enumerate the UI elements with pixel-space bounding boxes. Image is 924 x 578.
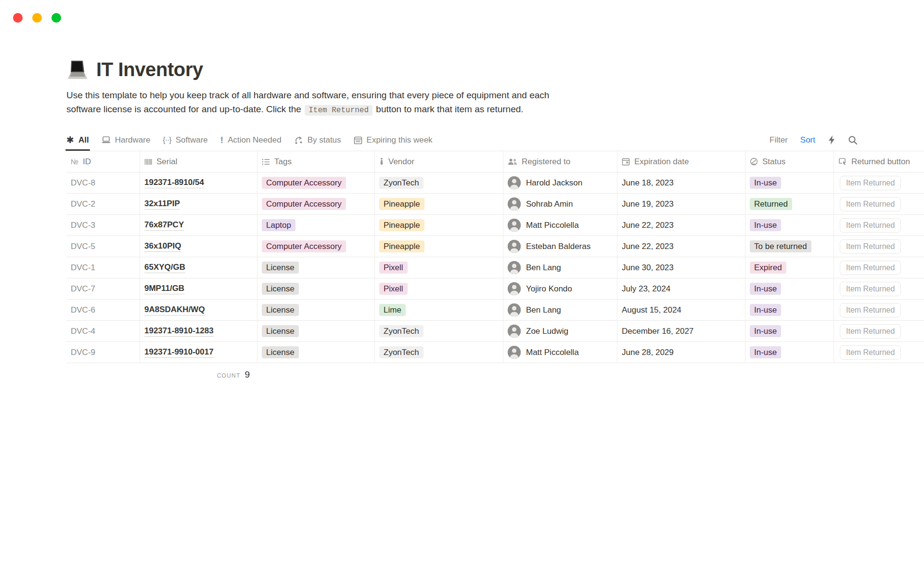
serial-link[interactable]: 9MP11/GB xyxy=(144,284,184,294)
table-row[interactable]: DVC-8 192371-8910/54 Computer Accessory … xyxy=(66,172,924,194)
table-row[interactable]: DVC-7 9MP11/GB License Pixell Yojiro Kon… xyxy=(66,278,924,300)
page-title[interactable]: IT Inventory xyxy=(96,59,203,80)
table-row[interactable]: DVC-6 9A8SDAKH/WQ License Lime Ben Lang … xyxy=(66,300,924,321)
cell-serial[interactable]: 192371-9910-0017 xyxy=(140,342,257,363)
cell-vendor[interactable]: Lime xyxy=(375,300,503,320)
column-header-registered-to[interactable]: Registered to xyxy=(503,151,617,172)
item-returned-button[interactable]: Item Returned xyxy=(840,218,901,233)
cell-tags[interactable]: License xyxy=(257,300,375,320)
cell-serial[interactable]: 65XYQ/GB xyxy=(140,257,257,278)
cell-registered-to[interactable]: Zoe Ludwig xyxy=(503,321,617,342)
cell-status[interactable]: In-use xyxy=(745,321,834,342)
tab-software[interactable]: {··} Software xyxy=(163,129,207,151)
close-window-button[interactable] xyxy=(13,13,23,23)
cell-registered-to[interactable]: Yojiro Kondo xyxy=(503,278,617,299)
cell-registered-to[interactable]: Ben Lang xyxy=(503,300,617,320)
item-returned-button[interactable]: Item Returned xyxy=(840,261,901,275)
column-header-vendor[interactable]: Vendor xyxy=(375,151,503,172)
cell-id[interactable]: DVC-3 xyxy=(66,215,140,236)
cell-registered-to[interactable]: Matt Piccolella xyxy=(503,342,617,363)
cell-serial[interactable]: 192371-8910-1283 xyxy=(140,321,257,342)
cell-expiration-date[interactable]: July 23, 2024 xyxy=(617,278,745,299)
table-row[interactable]: DVC-2 32x11PIP Computer Accessory Pineap… xyxy=(66,194,924,215)
cell-serial[interactable]: 36x10PIQ xyxy=(140,236,257,257)
cell-registered-to[interactable]: Esteban Balderas xyxy=(503,236,617,257)
table-row[interactable]: DVC-5 36x10PIQ Computer Accessory Pineap… xyxy=(66,236,924,257)
cell-status[interactable]: To be returned xyxy=(745,236,834,257)
serial-link[interactable]: 192371-8910/54 xyxy=(144,178,204,188)
cell-tags[interactable]: License xyxy=(257,278,375,299)
item-returned-button[interactable]: Item Returned xyxy=(840,176,901,190)
serial-link[interactable]: 36x10PIQ xyxy=(144,241,181,252)
tab-by-status[interactable]: By status xyxy=(294,129,341,151)
cell-serial[interactable]: 76x87PCY xyxy=(140,215,257,236)
cell-expiration-date[interactable]: June 18, 2023 xyxy=(617,172,745,193)
column-header-expiration-date[interactable]: Status Expiration date xyxy=(617,151,745,172)
item-returned-button[interactable]: Item Returned xyxy=(840,197,901,211)
cell-vendor[interactable]: Pineapple xyxy=(375,236,503,257)
lightning-bolt-icon[interactable] xyxy=(828,135,835,145)
column-header-returned-button[interactable]: Returned button xyxy=(834,151,924,172)
cell-vendor[interactable]: Pineapple xyxy=(375,215,503,236)
filter-button[interactable]: Filter xyxy=(770,135,788,145)
serial-link[interactable]: 192371-8910-1283 xyxy=(144,326,214,337)
cell-vendor[interactable]: ZyonTech xyxy=(375,321,503,342)
minimize-window-button[interactable] xyxy=(32,13,42,23)
cell-returned-button[interactable]: Item Returned xyxy=(834,300,924,320)
cell-returned-button[interactable]: Item Returned xyxy=(834,236,924,257)
column-header-id[interactable]: № ID xyxy=(66,151,140,172)
cell-id[interactable]: DVC-4 xyxy=(66,321,140,342)
cell-registered-to[interactable]: Ben Lang xyxy=(503,257,617,278)
cell-returned-button[interactable]: Item Returned xyxy=(834,194,924,214)
tab-all[interactable]: ✱ All xyxy=(66,129,89,151)
zoom-window-button[interactable] xyxy=(51,13,61,23)
cell-registered-to[interactable]: Harold Jackson xyxy=(503,172,617,193)
cell-registered-to[interactable]: Sohrab Amin xyxy=(503,194,617,214)
item-returned-button[interactable]: Item Returned xyxy=(840,345,901,360)
serial-link[interactable]: 76x87PCY xyxy=(144,220,184,231)
tab-hardware[interactable]: Hardware xyxy=(102,129,151,151)
cell-id[interactable]: DVC-1 xyxy=(66,257,140,278)
cell-returned-button[interactable]: Item Returned xyxy=(834,172,924,193)
serial-link[interactable]: 192371-9910-0017 xyxy=(144,347,214,358)
item-returned-button[interactable]: Item Returned xyxy=(840,282,901,296)
cell-vendor[interactable]: Pixell xyxy=(375,278,503,299)
cell-vendor[interactable]: ZyonTech xyxy=(375,172,503,193)
sort-button[interactable]: Sort xyxy=(800,135,815,145)
cell-serial[interactable]: 192371-8910/54 xyxy=(140,172,257,193)
cell-tags[interactable]: Computer Accessory xyxy=(257,172,375,193)
cell-status[interactable]: In-use xyxy=(745,172,834,193)
cell-tags[interactable]: License xyxy=(257,257,375,278)
cell-status[interactable]: Returned xyxy=(745,194,834,214)
item-returned-button[interactable]: Item Returned xyxy=(840,324,901,339)
table-row[interactable]: DVC-4 192371-8910-1283 License ZyonTech … xyxy=(66,321,924,342)
tab-expiring-this-week[interactable]: Expiring this week xyxy=(354,129,433,151)
cell-expiration-date[interactable]: June 22, 2023 xyxy=(617,215,745,236)
cell-tags[interactable]: License xyxy=(257,321,375,342)
cell-serial[interactable]: 9MP11/GB xyxy=(140,278,257,299)
cell-expiration-date[interactable]: December 16, 2027 xyxy=(617,321,745,342)
cell-status[interactable]: In-use xyxy=(745,215,834,236)
count-calculation[interactable]: COUNT 9 xyxy=(66,369,257,380)
cell-expiration-date[interactable]: June 28, 2029 xyxy=(617,342,745,363)
column-header-status[interactable]: Status xyxy=(745,151,834,172)
cell-id[interactable]: DVC-8 xyxy=(66,172,140,193)
cell-returned-button[interactable]: Item Returned xyxy=(834,215,924,236)
item-returned-button[interactable]: Item Returned xyxy=(840,239,901,254)
cell-serial[interactable]: 9A8SDAKH/WQ xyxy=(140,300,257,320)
cell-returned-button[interactable]: Item Returned xyxy=(834,257,924,278)
column-header-serial[interactable]: Serial xyxy=(140,151,257,172)
cell-vendor[interactable]: Pineapple xyxy=(375,194,503,214)
cell-expiration-date[interactable]: August 15, 2024 xyxy=(617,300,745,320)
search-icon[interactable] xyxy=(848,135,858,145)
table-row[interactable]: DVC-9 192371-9910-0017 License ZyonTech … xyxy=(66,342,924,363)
serial-link[interactable]: 9A8SDAKH/WQ xyxy=(144,305,205,315)
cell-expiration-date[interactable]: June 22, 2023 xyxy=(617,236,745,257)
laptop-emoji-icon[interactable] xyxy=(66,60,89,80)
cell-id[interactable]: DVC-5 xyxy=(66,236,140,257)
serial-link[interactable]: 32x11PIP xyxy=(144,199,180,210)
cell-tags[interactable]: Computer Accessory xyxy=(257,194,375,214)
cell-id[interactable]: DVC-7 xyxy=(66,278,140,299)
cell-id[interactable]: DVC-9 xyxy=(66,342,140,363)
cell-status[interactable]: In-use xyxy=(745,300,834,320)
